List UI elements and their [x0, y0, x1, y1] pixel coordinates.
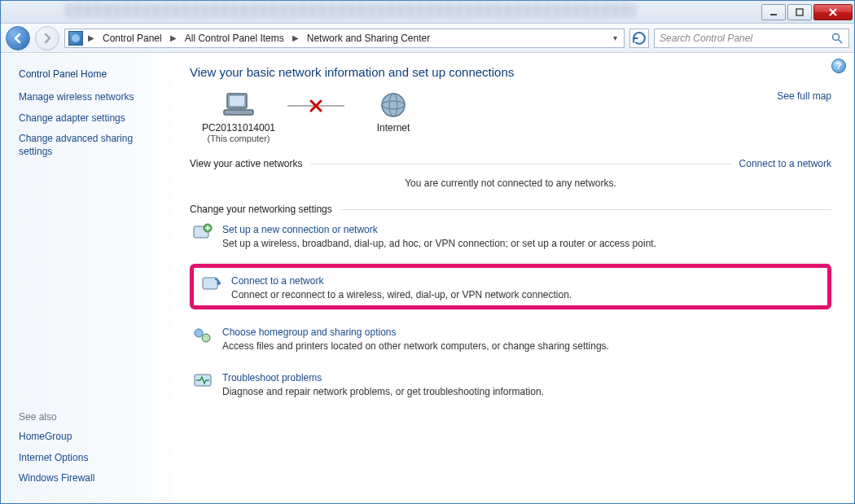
chevron-right-icon: ▶	[88, 33, 94, 42]
chevron-right-icon: ▶	[170, 33, 177, 42]
setting-link[interactable]: Connect to a network	[231, 275, 323, 287]
active-networks-label: View your active networks	[190, 158, 303, 169]
svg-point-14	[195, 329, 203, 337]
close-button[interactable]	[813, 4, 853, 20]
sidebar-manage-wireless[interactable]: Manage wireless networks	[19, 91, 160, 104]
svg-point-7	[382, 94, 405, 116]
setting-link[interactable]: Troubleshoot problems	[222, 372, 322, 383]
breadcrumb-all-items[interactable]: All Control Panel Items	[182, 33, 287, 44]
control-panel-home[interactable]: Control Panel Home	[19, 68, 160, 80]
network-map: PC20131014001 (This computer) Internet	[190, 90, 831, 143]
setting-homegroup-sharing[interactable]: Choose homegroup and sharing options Acc…	[190, 321, 831, 355]
computer-name: PC20131014001	[190, 122, 287, 134]
setting-link[interactable]: Choose homegroup and sharing options	[222, 327, 396, 338]
titlebar	[1, 1, 854, 24]
content: ? View your basic network information an…	[172, 54, 854, 503]
setting-set-up-connection[interactable]: Set up a new connection or network Set u…	[190, 218, 831, 252]
chevron-right-icon: ▶	[292, 33, 299, 42]
minimize-button[interactable]	[761, 4, 786, 20]
homegroup-icon	[191, 324, 214, 347]
title-obscured	[66, 3, 636, 18]
see-also-label: See also	[19, 411, 160, 423]
toolbar: ▶ Control Panel ▶ All Control Panel Item…	[1, 24, 854, 53]
network-center-icon	[68, 31, 83, 46]
sidebar-windows-firewall[interactable]: Windows Firewall	[19, 472, 160, 485]
map-node-computer: PC20131014001 (This computer)	[190, 90, 287, 143]
page-title: View your basic network information and …	[190, 65, 831, 79]
active-networks-heading: View your active networks Connect to a n…	[190, 158, 831, 169]
svg-rect-6	[224, 110, 253, 115]
svg-rect-1	[796, 9, 803, 15]
refresh-button[interactable]	[629, 28, 649, 48]
svg-point-2	[833, 33, 840, 40]
search-box[interactable]	[654, 28, 849, 48]
internet-label: Internet	[344, 122, 442, 134]
setting-desc: Set up a wireless, broadband, dial-up, a…	[222, 238, 656, 249]
maximize-button[interactable]	[787, 4, 812, 20]
body: Control Panel Home Manage wireless netwo…	[1, 53, 854, 503]
see-full-map-link[interactable]: See full map	[777, 90, 831, 102]
new-connection-icon	[191, 221, 214, 244]
map-node-internet: Internet	[344, 90, 442, 134]
change-settings-label: Change your networking settings	[190, 204, 332, 215]
nav-back-button[interactable]	[6, 26, 30, 50]
search-icon	[831, 32, 844, 45]
troubleshoot-icon	[191, 370, 214, 392]
window: ▶ Control Panel ▶ All Control Panel Item…	[0, 0, 855, 504]
setting-troubleshoot[interactable]: Troubleshoot problems Diagnose and repai…	[190, 366, 831, 401]
computer-icon	[222, 90, 255, 120]
address-bar[interactable]: ▶ Control Panel ▶ All Control Panel Item…	[64, 28, 625, 48]
no-networks-message: You are currently not connected to any n…	[190, 173, 831, 204]
globe-icon	[377, 90, 410, 120]
address-dropdown-icon[interactable]: ▾	[610, 33, 620, 42]
setting-desc: Diagnose and repair network problems, or…	[222, 386, 544, 397]
connect-network-icon	[200, 273, 223, 296]
breadcrumb-network-sharing[interactable]: Network and Sharing Center	[304, 33, 433, 44]
sidebar: Control Panel Home Manage wireless netwo…	[1, 54, 172, 503]
refresh-icon	[630, 29, 648, 47]
setting-link[interactable]: Set up a new connection or network	[222, 224, 378, 235]
disconnected-icon	[309, 99, 323, 113]
setting-connect-to-network[interactable]: Connect to a network Connect or reconnec…	[190, 264, 831, 309]
svg-point-15	[202, 334, 210, 342]
sidebar-change-adapter[interactable]: Change adapter settings	[19, 112, 160, 125]
svg-rect-0	[770, 14, 777, 15]
window-buttons	[761, 4, 853, 20]
change-settings-heading: Change your networking settings	[190, 204, 831, 215]
computer-sub: (This computer)	[190, 134, 287, 143]
svg-point-13	[217, 282, 221, 285]
setting-desc: Access files and printers located on oth…	[222, 340, 609, 352]
connect-to-network-link[interactable]: Connect to a network	[739, 158, 831, 169]
nav-forward-button[interactable]	[35, 26, 59, 50]
help-icon[interactable]: ?	[831, 59, 846, 73]
svg-rect-5	[230, 96, 244, 106]
sidebar-internet-options[interactable]: Internet Options	[19, 452, 160, 465]
svg-line-3	[839, 40, 842, 43]
map-connection-line	[287, 105, 344, 107]
sidebar-homegroup[interactable]: HomeGroup	[19, 431, 160, 444]
settings-list: Set up a new connection or network Set u…	[190, 218, 831, 401]
sidebar-change-advanced-sharing[interactable]: Change advanced sharing settings	[19, 133, 160, 158]
setting-desc: Connect or reconnect to a wireless, wire…	[231, 289, 572, 300]
breadcrumb-control-panel[interactable]: Control Panel	[99, 33, 165, 44]
search-input[interactable]	[660, 33, 831, 44]
